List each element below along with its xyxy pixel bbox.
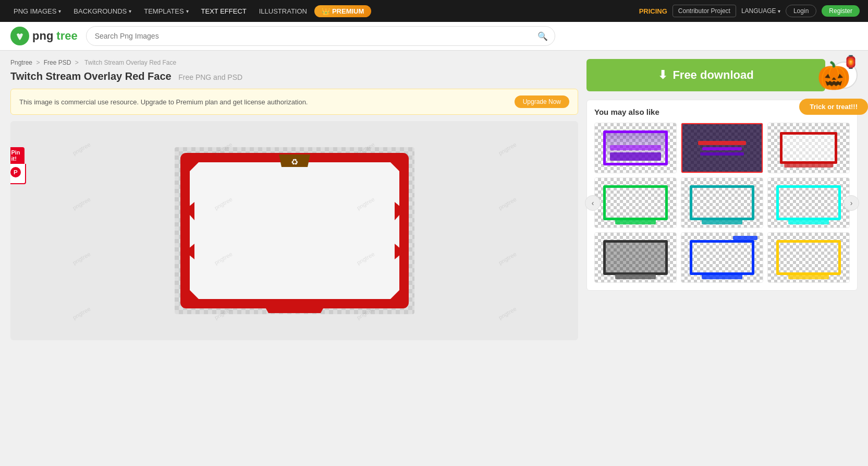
header-bar: pngtree 🔍 bbox=[0, 22, 868, 51]
thumbnail-card[interactable] bbox=[594, 232, 677, 283]
page-title: Twitch Stream Overlay Red Face Free PNG … bbox=[10, 70, 578, 82]
thumbnail-image bbox=[681, 123, 763, 173]
notice-text: This image is commercial use resource. U… bbox=[19, 98, 308, 106]
nav-backgrounds[interactable]: BACKGROUNDS ▾ bbox=[68, 0, 137, 22]
search-bar: 🔍 bbox=[86, 26, 555, 46]
prev-arrow[interactable]: ‹ bbox=[585, 195, 601, 211]
thumbnail-image bbox=[768, 123, 849, 173]
next-arrow[interactable]: › bbox=[843, 195, 859, 211]
thumbnail-card[interactable] bbox=[767, 177, 850, 228]
svg-text:P: P bbox=[14, 169, 18, 175]
pin-button: Pin it! P bbox=[10, 147, 26, 184]
breadcrumb-home[interactable]: Pngtree bbox=[10, 59, 32, 66]
svg-text:♻: ♻ bbox=[291, 158, 298, 166]
navbar: PNG IMAGES ▾ BACKGROUNDS ▾ TEMPLATES ▾ T… bbox=[0, 0, 868, 22]
image-preview: pngtree pngtree pngtree pngtree pngtree … bbox=[10, 121, 578, 340]
lantern-icon: 🏮 bbox=[843, 55, 859, 69]
nav-right: PRICING Contributor Project LANGUAGE ▾ L… bbox=[639, 5, 860, 17]
thumbnail-card[interactable] bbox=[681, 123, 763, 173]
contributor-button[interactable]: Contributor Project bbox=[673, 5, 736, 17]
thumbnail-card[interactable] bbox=[594, 123, 677, 173]
pinterest-icon[interactable]: P bbox=[10, 164, 26, 184]
thumbnail-image bbox=[595, 123, 676, 173]
pin-label[interactable]: Pin it! bbox=[10, 147, 25, 164]
svg-marker-9 bbox=[263, 304, 326, 313]
free-badge: Free PNG and PSD bbox=[178, 73, 242, 81]
breadcrumb: Pngtree > Free PSD > Twitch Stream Overl… bbox=[10, 59, 578, 66]
nav-templates[interactable]: TEMPLATES ▾ bbox=[139, 0, 193, 22]
search-input[interactable] bbox=[86, 26, 555, 46]
trick-or-treat-button[interactable]: Trick or treat!!! bbox=[799, 99, 868, 115]
crown-icon: 👑 bbox=[322, 7, 330, 15]
thumbnail-image bbox=[768, 233, 849, 282]
main-content: Pngtree > Free PSD > Twitch Stream Overl… bbox=[0, 51, 868, 349]
notice-box: This image is commercial use resource. U… bbox=[10, 89, 578, 115]
nav-png-images[interactable]: PNG IMAGES ▾ bbox=[8, 0, 66, 22]
left-panel: Pngtree > Free PSD > Twitch Stream Overl… bbox=[10, 59, 578, 340]
halloween-promo: 🎃 🏮 Trick or treat!!! bbox=[799, 51, 868, 115]
breadcrumb-free-psd[interactable]: Free PSD bbox=[44, 59, 71, 66]
chevron-down-icon: ▾ bbox=[186, 8, 189, 14]
nav-illustration[interactable]: ILLUSTRATION bbox=[254, 0, 312, 22]
also-like-section: You may also like ‹ bbox=[586, 100, 858, 291]
thumbnail-image bbox=[681, 233, 763, 282]
thumbnail-card[interactable] bbox=[767, 232, 850, 283]
thumbnail-card[interactable] bbox=[681, 232, 763, 283]
pricing-link[interactable]: PRICING bbox=[639, 7, 667, 15]
chevron-down-icon: ▾ bbox=[129, 8, 131, 14]
download-button[interactable]: ⬇ Free download bbox=[586, 59, 825, 91]
thumbnail-card[interactable] bbox=[767, 123, 850, 173]
thumbnail-card[interactable] bbox=[594, 177, 677, 228]
search-icon[interactable]: 🔍 bbox=[537, 31, 548, 41]
thumbnail-image bbox=[595, 233, 676, 282]
nav-text-effect[interactable]: TEXT EFFECT bbox=[196, 0, 252, 22]
logo-text-tree: tree bbox=[56, 29, 77, 43]
thumbnail-image bbox=[768, 178, 849, 228]
thumbnails-grid bbox=[594, 123, 850, 283]
thumbnail-image bbox=[681, 178, 763, 228]
upgrade-button[interactable]: Upgrade Now bbox=[515, 95, 569, 108]
thumbnail-image bbox=[595, 178, 676, 228]
breadcrumb-current: Twitch Stream Overlay Red Face bbox=[84, 59, 176, 66]
logo[interactable]: pngtree bbox=[10, 27, 78, 45]
chevron-down-icon: ▾ bbox=[58, 8, 61, 14]
language-button[interactable]: LANGUAGE ▾ bbox=[741, 7, 780, 15]
chevron-down-icon: ▾ bbox=[778, 8, 780, 14]
logo-text-png: png bbox=[32, 29, 53, 43]
nav-premium[interactable]: 👑 PREMIUM bbox=[314, 5, 371, 17]
logo-icon bbox=[10, 27, 29, 45]
svg-rect-5 bbox=[185, 158, 404, 304]
register-button[interactable]: Register bbox=[822, 5, 860, 17]
download-icon: ⬇ bbox=[658, 68, 667, 82]
thumbnail-card[interactable] bbox=[681, 177, 763, 228]
overlay-frame-svg: ♻ bbox=[175, 147, 414, 314]
login-button[interactable]: Login bbox=[786, 5, 816, 17]
